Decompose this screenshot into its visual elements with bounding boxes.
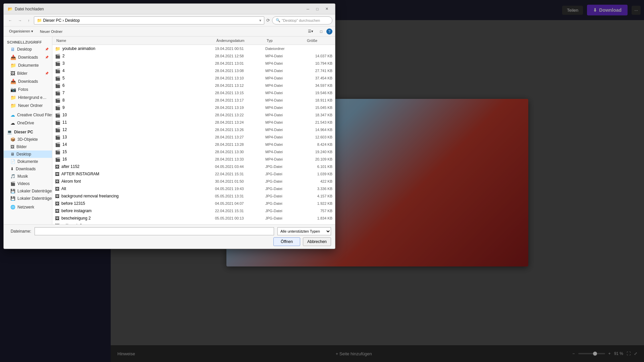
address-dropdown-icon[interactable]: ▾ [259,18,261,23]
file-name-text: 3 [62,61,65,66]
address-bar[interactable]: 📁 Dieser PC › Desktop ▾ [34,16,265,24]
sidebar-item-local1[interactable]: 💾 Lokaler Datenträger (C [4,187,52,195]
sidebar-item-netzwerk[interactable]: 🌐 Netzwerk [4,203,52,211]
sidebar-item-bilder[interactable]: 🖼 Bilder 📌 [4,69,52,77]
filename-input[interactable] [35,227,274,235]
open-btn[interactable]: Öffnen [273,237,300,246]
sidebar-item-fotos[interactable]: 📷 Fotos [4,85,52,94]
sidebar-item-desktop-pc[interactable]: 🖥 Desktop [4,150,52,158]
organize-btn[interactable]: Organisieren ▾ [6,28,36,34]
file-row[interactable]: 🖼 background removal freelancing 05.05.2… [52,192,335,200]
file-row[interactable]: 🖼 after 1152 04.05.2021 03:44 JPG-Datei … [52,163,335,170]
file-row[interactable]: 🎬 15 28.04.2021 13:30 MP4-Datei 19.240 K… [52,148,335,156]
file-row[interactable]: 🎬 13 28.04.2021 13:27 MP4-Datei 12.603 K… [52,133,335,141]
file-row[interactable]: 🖼 Alt 04.05.2021 19:43 JPG-Datei 3.336 K… [52,185,335,192]
new-folder-btn[interactable]: Neuer Ordner [37,28,65,34]
file-size: 1.922 KB [306,201,332,205]
file-name-text: youtube animation [62,46,95,51]
file-row[interactable]: 🎬 9 28.04.2021 13:19 MP4-Datei 15.045 KB [52,104,335,111]
dialog-footer: Dateiname: Alle unterstützten Typen Öffn… [4,224,335,249]
back-btn[interactable]: ← [6,17,14,23]
file-row[interactable]: 🎬 2 28.04.2021 12:58 MP4-Datei 14.037 KB [52,52,335,60]
file-modified: 19.04.2021 00:51 [215,47,265,51]
sidebar-item-documents[interactable]: 📁 Dokumente [4,61,52,69]
help-btn[interactable]: ? [326,28,332,35]
file-name-text: 10 [62,113,67,117]
dialog-title-icon: 📂 [8,7,13,11]
sidebar-item-desktop[interactable]: 🖥 Desktop 📌 [4,45,52,53]
file-row[interactable]: 🖼 before instagram 22.04.2021 15:31 JPG-… [52,207,335,215]
file-row[interactable]: 🎬 7 28.04.2021 13:15 MP4-Datei 19.546 KB [52,89,335,97]
file-row[interactable]: 🎬 6 28.04.2021 13:12 MP4-Datei 34.597 KB [52,82,335,89]
file-row[interactable]: 🖼 bescheinigung 2 05.05.2021 00:13 JPG-D… [52,215,335,222]
file-size: 19.240 KB [306,150,332,154]
bilder-pc-label: Bilder [16,144,27,149]
close-btn[interactable]: ✕ [322,6,331,12]
file-name-text: background removal freelancing [61,194,119,198]
refresh-btn[interactable]: ⟳ [266,18,270,23]
file-size: 10.794 KB [306,61,332,65]
downloads-label: Downloads [18,55,38,60]
file-row[interactable]: 🎬 12 28.04.2021 13:26 MP4-Datei 14.964 K… [52,126,335,133]
file-row[interactable]: 📁 youtube animation 19.04.2021 00:51 Dat… [52,45,335,52]
downloads-pc-icon: ⬇ [10,167,14,171]
sidebar-item-musik[interactable]: 🎵 Musik [4,173,52,180]
sidebar-item-hintergrund[interactable]: 📁 Hintergrund entferne [4,94,52,102]
sidebar-item-neuerordner[interactable]: 📁 Neuer Ordner [4,102,52,110]
view-icons-btn[interactable]: □ [317,29,325,34]
view-btn[interactable]: ☰▾ [305,28,316,34]
file-row[interactable]: 🎬 16 28.04.2021 13:33 MP4-Datei 20.109 K… [52,156,335,163]
file-row[interactable]: 🖼 calligraph 2 20.04.2021 13:05 JPG-Date… [52,222,335,224]
sidebar-item-downloads1[interactable]: 📥 Downloads 📌 [4,53,52,61]
file-name-cell: 🖼 Akrom font [55,179,215,184]
file-type-icon: 📁 [55,46,60,51]
file-name-cell: 🎬 11 [55,120,215,125]
file-type-text: MP4-Datei [265,135,306,139]
file-type-text: JPG-Datei [265,194,306,198]
file-row[interactable]: 🖼 before 12315 04.05.2021 04:07 JPG-Date… [52,200,335,207]
file-row[interactable]: 🖼 AFTER INSTAGRAM 22.04.2021 15:31 JPG-D… [52,170,335,178]
file-name-text: after 1152 [61,164,79,169]
minimize-btn[interactable]: ─ [304,6,312,12]
file-name-cell: 🖼 calligraph 2 [55,223,215,225]
file-type-text: MP4-Datei [265,69,306,73]
file-modified: 04.05.2021 04:07 [215,201,265,205]
file-list[interactable]: Name Änderungsdatum Typ Größe 📁 youtube … [52,37,335,224]
col-name[interactable]: Name [55,38,215,43]
col-modified[interactable]: Änderungsdatum [215,38,265,43]
sidebar-item-downloads2[interactable]: 📥 Downloads [4,77,52,85]
up-btn[interactable]: ↑ [26,17,32,23]
file-row[interactable]: 🎬 14 28.04.2021 13:28 MP4-Datei 8.424 KB [52,141,335,148]
file-row[interactable]: 🎬 4 28.04.2021 13:08 MP4-Datei 27.741 KB [52,67,335,74]
file-type-text: MP4-Datei [265,98,306,102]
col-type[interactable]: Typ [265,38,306,43]
file-row[interactable]: 🎬 11 28.04.2021 13:24 MP4-Datei 21.543 K… [52,119,335,126]
sidebar-item-onedrive[interactable]: ☁ OneDrive [4,119,52,127]
file-type-text: MP4-Datei [265,54,306,58]
sidebar-item-creative-cloud[interactable]: ☁ Creative Cloud Files [4,111,52,119]
file-type-icon: 🎬 [55,142,60,147]
filetype-select[interactable]: Alle unterstützten Typen [277,227,331,235]
creative-cloud-icon: ☁ [10,112,15,118]
sidebar-item-local2[interactable]: 💾 Lokaler Datenträger (D [4,195,52,202]
sidebar-item-3d[interactable]: 📦 3D-Objekte [4,136,52,143]
sidebar-item-videos[interactable]: 🎬 Videos [4,180,52,187]
sidebar-item-dokumente[interactable]: 📄 Dokumente [4,158,52,165]
quick-access-header: Schnellzugriff [4,39,52,45]
window-controls: ─ □ ✕ [304,6,331,12]
file-row[interactable]: 🎬 10 28.04.2021 13:22 MP4-Datei 18.347 K… [52,111,335,119]
file-modified: 05.05.2021 00:13 [215,216,265,220]
cancel-btn[interactable]: Abbrechen [303,237,331,246]
forward-btn[interactable]: → [16,17,24,23]
file-row[interactable]: 🎬 3 28.04.2021 13:01 MP4-Datei 10.794 KB [52,60,335,67]
sidebar-item-bilder-pc[interactable]: 🖼 Bilder [4,143,52,150]
file-row[interactable]: 🎬 8 28.04.2021 13:17 MP4-Datei 18.911 KB [52,97,335,104]
file-type-icon: 🎬 [55,120,60,125]
maximize-btn[interactable]: □ [313,6,322,12]
sidebar-item-downloads-pc[interactable]: ⬇ Downloads [4,165,52,173]
file-row[interactable]: 🎬 5 28.04.2021 13:10 MP4-Datei 37.454 KB [52,74,335,82]
file-type-text: JPG-Datei [265,209,306,213]
col-size[interactable]: Größe [306,38,332,43]
file-row[interactable]: 🖼 Akrom font 30.04.2021 01:50 JPG-Datei … [52,178,335,185]
search-bar[interactable]: 🔍 "Desktop" durchsuchen [272,16,332,24]
